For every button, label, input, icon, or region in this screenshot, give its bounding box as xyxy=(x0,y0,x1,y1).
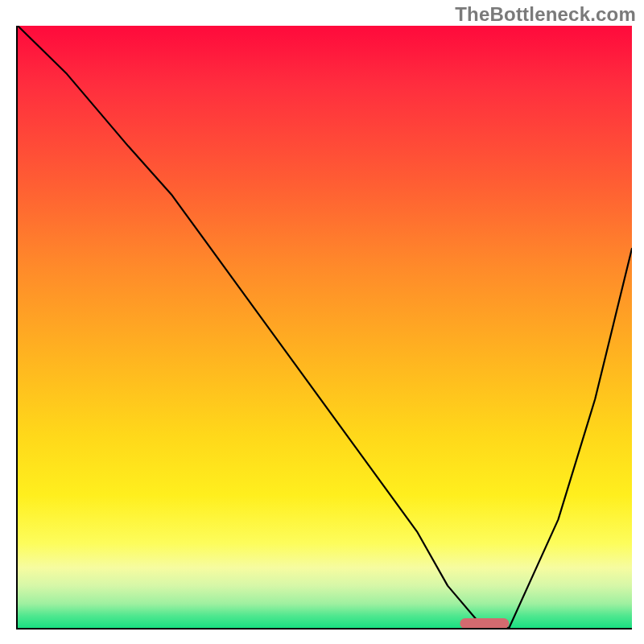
bottleneck-curve xyxy=(18,26,632,628)
attribution-text: TheBottleneck.com xyxy=(455,3,636,26)
plot-area xyxy=(16,26,632,630)
curve-svg xyxy=(18,26,632,628)
optimal-marker xyxy=(460,618,509,628)
chart-container: TheBottleneck.com xyxy=(0,0,644,644)
